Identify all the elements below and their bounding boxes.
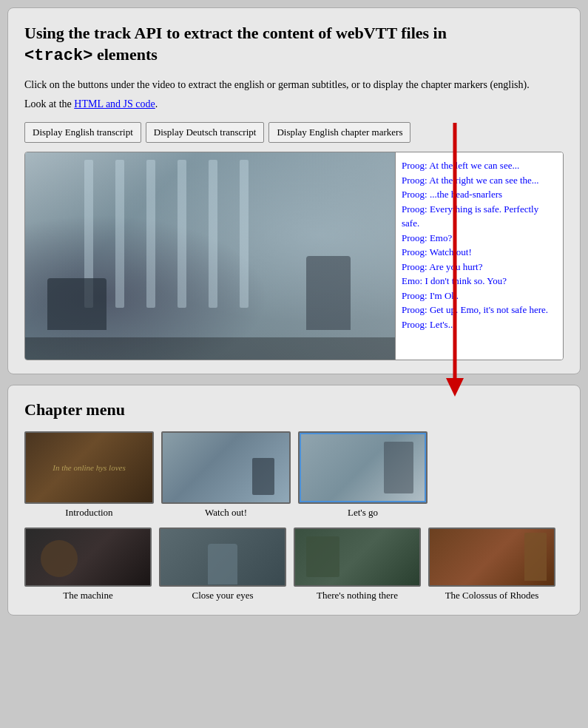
thumb-intro-bg: In the online hys loves (26, 433, 152, 502)
svg-marker-1 (446, 378, 464, 397)
chapter-thumb-letsgo (298, 431, 428, 504)
transcript-line[interactable]: Proog: Let's... (402, 317, 557, 332)
chapter-item-machine[interactable]: The machine (24, 528, 152, 601)
transcript-line[interactable]: Proog: At the right we can see the... (402, 173, 557, 188)
transcript-line[interactable]: Proog: ...the head-snarlers (402, 187, 557, 202)
transcript-line[interactable]: Emo: I don't think so. You? (402, 274, 557, 289)
button-row: Display English transcript Display Deuts… (24, 122, 564, 143)
transcript-line[interactable]: Proog: At the left we can see... (402, 158, 557, 173)
chapter-item-watchout[interactable]: Watch out! (161, 431, 291, 519)
thumb-machine-bg (26, 529, 150, 585)
thumb-closeeyes-bg (160, 529, 285, 585)
transcript-line[interactable]: Proog: Get up. Emo, it's not safe here. (402, 303, 557, 317)
thumb-colossus-bg (430, 529, 554, 585)
transcript-line[interactable]: Proog: I'm Ok. (402, 289, 557, 303)
chapter-thumb-watchout (161, 431, 291, 504)
chapter-thumb-colossus (428, 528, 555, 587)
chapter-thumb-nothing (294, 528, 421, 587)
video-decoration (84, 160, 249, 308)
video-player[interactable] (25, 152, 395, 360)
thumb-watchout-bg (163, 433, 289, 502)
thumb-nothing-bg (295, 529, 419, 585)
title-line2: elements (97, 45, 158, 64)
chapter-item-introduction[interactable]: In the online hys loves Introduction (24, 431, 154, 519)
title-line1: Using the track API to extract the conte… (24, 24, 447, 42)
chapter-label-colossus: The Colossus of Rhodes (445, 590, 539, 601)
display-deutsch-transcript-button[interactable]: Display Deutsch transcript (146, 122, 265, 143)
chapter-thumb-machine (24, 528, 152, 587)
video-figure-left (47, 278, 107, 330)
chapter-row-2: The machine Close your eyes There's noth… (24, 528, 564, 601)
html-js-code-link[interactable]: HTML and JS code (74, 98, 155, 109)
chapter-thumb-closeeyes (159, 528, 286, 587)
video-area: Proog: At the left we can see... Proog: … (24, 152, 564, 360)
chapter-row-1: In the online hys loves Introduction Wat… (24, 431, 564, 519)
thumb-letsgo-bg (300, 433, 426, 502)
top-section: Using the track API to extract the conte… (7, 7, 581, 374)
display-english-transcript-button[interactable]: Display English transcript (24, 122, 141, 143)
page-title: Using the track API to extract the conte… (24, 23, 564, 67)
transcript-panel: Proog: At the left we can see... Proog: … (395, 152, 563, 360)
chapter-item-closeeyes[interactable]: Close your eyes (159, 528, 286, 601)
code-link-text: Look at the HTML and JS code. (24, 98, 564, 110)
chapter-label-letsgo: Let's go (348, 507, 378, 519)
chapter-thumb-introduction: In the online hys loves (24, 431, 154, 504)
video-figure-right (306, 256, 351, 330)
transcript-line[interactable]: Proog: Emo? (402, 231, 557, 246)
bottom-section: Chapter menu In the online hys loves Int… (7, 385, 581, 616)
chapter-label-watchout: Watch out! (205, 507, 247, 519)
transcript-line[interactable]: Proog: Watch out! (402, 245, 557, 260)
chapter-item-letsgo[interactable]: Let's go (298, 431, 428, 519)
chapter-label-machine: The machine (63, 590, 113, 601)
chapter-item-colossus[interactable]: The Colossus of Rhodes (428, 528, 555, 601)
chapter-item-nothing[interactable]: There's nothing there (294, 528, 421, 601)
chapter-label-introduction: Introduction (65, 507, 112, 519)
chapter-label-nothing: There's nothing there (317, 590, 398, 601)
transcript-line[interactable]: Proog: Are you hurt? (402, 260, 557, 274)
chapter-menu-title: Chapter menu (24, 400, 564, 419)
thumb-intro-text: In the online hys loves (53, 462, 125, 473)
transcript-line[interactable]: Proog: Everything is safe. Perfectly saf… (402, 202, 557, 231)
chapter-label-closeeyes: Close your eyes (192, 590, 253, 601)
display-english-chapters-button[interactable]: Display English chapter markers (268, 122, 410, 143)
title-code: <track> (24, 47, 92, 65)
description: Click on the buttons under the video to … (24, 77, 564, 92)
